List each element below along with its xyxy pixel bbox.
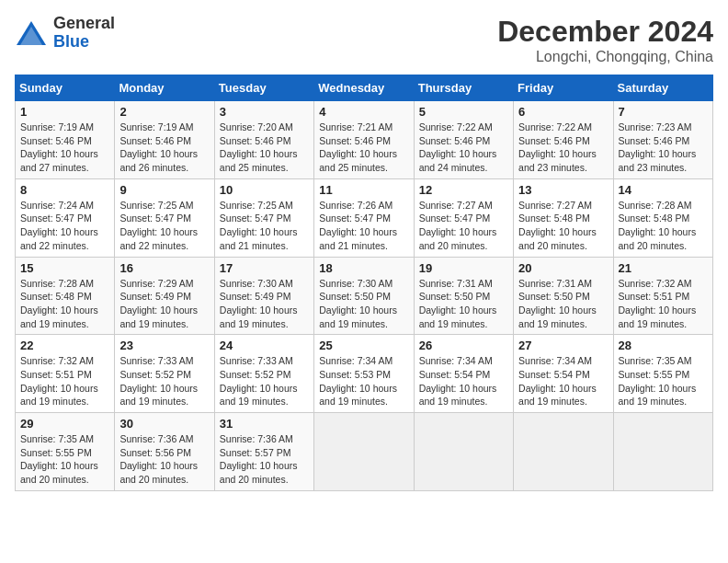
day-number: 22 [20, 339, 109, 352]
table-row: 10Sunrise: 7:25 AMSunset: 5:47 PMDayligh… [214, 178, 313, 257]
day-info: Sunrise: 7:34 AMSunset: 5:54 PMDaylight:… [518, 354, 608, 408]
day-info: Sunrise: 7:28 AMSunset: 5:48 PMDaylight:… [20, 277, 109, 331]
day-number: 15 [20, 261, 109, 275]
title-area: December 2024 Longchi, Chongqing, China [497, 15, 713, 65]
table-row: 17Sunrise: 7:30 AMSunset: 5:49 PMDayligh… [214, 257, 313, 335]
day-info: Sunrise: 7:31 AMSunset: 5:50 PMDaylight:… [518, 277, 608, 331]
table-row [314, 413, 414, 491]
day-number: 27 [518, 339, 608, 352]
table-row: 31Sunrise: 7:36 AMSunset: 5:57 PMDayligh… [214, 413, 313, 491]
header-saturday: Saturday [613, 75, 712, 101]
logo-icon [15, 19, 48, 47]
day-info: Sunrise: 7:27 AMSunset: 5:47 PMDaylight:… [419, 199, 508, 253]
day-number: 13 [518, 183, 608, 197]
day-number: 30 [119, 417, 209, 431]
logo-text: General Blue [53, 15, 115, 52]
calendar-week-row: 8Sunrise: 7:24 AMSunset: 5:47 PMDaylight… [16, 178, 713, 257]
day-number: 10 [220, 183, 309, 197]
table-row: 9Sunrise: 7:25 AMSunset: 5:47 PMDaylight… [115, 178, 214, 257]
day-info: Sunrise: 7:33 AMSunset: 5:52 PMDaylight:… [220, 354, 309, 408]
table-row: 29Sunrise: 7:35 AMSunset: 5:55 PMDayligh… [16, 413, 115, 491]
table-row: 30Sunrise: 7:36 AMSunset: 5:56 PMDayligh… [115, 413, 214, 491]
day-info: Sunrise: 7:22 AMSunset: 5:46 PMDaylight:… [419, 121, 508, 175]
table-row: 8Sunrise: 7:24 AMSunset: 5:47 PMDaylight… [16, 178, 115, 257]
calendar-week-row: 29Sunrise: 7:35 AMSunset: 5:55 PMDayligh… [16, 413, 713, 491]
day-info: Sunrise: 7:31 AMSunset: 5:50 PMDaylight:… [419, 277, 508, 331]
day-number: 23 [119, 339, 209, 352]
header-monday: Monday [115, 75, 214, 101]
day-info: Sunrise: 7:30 AMSunset: 5:50 PMDaylight:… [319, 277, 408, 331]
day-number: 20 [518, 261, 608, 275]
day-number: 8 [20, 183, 109, 197]
table-row [514, 413, 613, 491]
day-info: Sunrise: 7:35 AMSunset: 5:55 PMDaylight:… [619, 354, 708, 408]
table-row: 7Sunrise: 7:23 AMSunset: 5:46 PMDaylight… [613, 101, 712, 179]
header-tuesday: Tuesday [214, 75, 313, 101]
day-info: Sunrise: 7:24 AMSunset: 5:47 PMDaylight:… [20, 199, 109, 253]
table-row [414, 413, 513, 491]
day-info: Sunrise: 7:30 AMSunset: 5:49 PMDaylight:… [220, 277, 309, 331]
table-row: 26Sunrise: 7:34 AMSunset: 5:54 PMDayligh… [414, 335, 513, 413]
day-number: 1 [20, 105, 109, 119]
day-number: 7 [619, 105, 708, 119]
header-friday: Friday [514, 75, 613, 101]
day-info: Sunrise: 7:34 AMSunset: 5:53 PMDaylight:… [319, 354, 408, 408]
day-number: 6 [518, 105, 608, 119]
table-row: 1Sunrise: 7:19 AMSunset: 5:46 PMDaylight… [16, 101, 115, 179]
day-info: Sunrise: 7:25 AMSunset: 5:47 PMDaylight:… [119, 199, 209, 253]
day-info: Sunrise: 7:35 AMSunset: 5:55 PMDaylight:… [20, 432, 109, 487]
calendar-week-row: 22Sunrise: 7:32 AMSunset: 5:51 PMDayligh… [16, 335, 713, 413]
day-number: 28 [619, 339, 708, 352]
page-subtitle: Longchi, Chongqing, China [497, 49, 713, 65]
table-row: 23Sunrise: 7:33 AMSunset: 5:52 PMDayligh… [115, 335, 214, 413]
day-number: 14 [619, 183, 708, 197]
day-info: Sunrise: 7:22 AMSunset: 5:46 PMDaylight:… [518, 121, 608, 175]
table-row: 13Sunrise: 7:27 AMSunset: 5:48 PMDayligh… [514, 178, 613, 257]
day-info: Sunrise: 7:19 AMSunset: 5:46 PMDaylight:… [119, 121, 209, 175]
day-info: Sunrise: 7:27 AMSunset: 5:48 PMDaylight:… [518, 199, 608, 253]
table-row: 24Sunrise: 7:33 AMSunset: 5:52 PMDayligh… [214, 335, 313, 413]
table-row: 15Sunrise: 7:28 AMSunset: 5:48 PMDayligh… [16, 257, 115, 335]
day-number: 21 [619, 261, 708, 275]
day-number: 19 [419, 261, 508, 275]
day-number: 3 [220, 105, 309, 119]
day-number: 24 [220, 339, 309, 352]
day-info: Sunrise: 7:29 AMSunset: 5:49 PMDaylight:… [119, 277, 209, 331]
day-info: Sunrise: 7:20 AMSunset: 5:46 PMDaylight:… [220, 121, 309, 175]
table-row: 25Sunrise: 7:34 AMSunset: 5:53 PMDayligh… [314, 335, 414, 413]
day-number: 17 [220, 261, 309, 275]
calendar-week-row: 1Sunrise: 7:19 AMSunset: 5:46 PMDaylight… [16, 101, 713, 179]
day-number: 5 [419, 105, 508, 119]
table-row: 6Sunrise: 7:22 AMSunset: 5:46 PMDaylight… [514, 101, 613, 179]
day-number: 4 [319, 105, 408, 119]
table-row: 5Sunrise: 7:22 AMSunset: 5:46 PMDaylight… [414, 101, 513, 179]
logo-general: General [53, 14, 115, 32]
calendar-header-row: Sunday Monday Tuesday Wednesday Thursday… [16, 75, 713, 101]
table-row: 11Sunrise: 7:26 AMSunset: 5:47 PMDayligh… [314, 178, 414, 257]
day-number: 16 [119, 261, 209, 275]
day-number: 31 [220, 417, 309, 431]
day-number: 25 [319, 339, 408, 352]
logo: General Blue [15, 15, 115, 52]
header-sunday: Sunday [16, 75, 115, 101]
day-info: Sunrise: 7:26 AMSunset: 5:47 PMDaylight:… [319, 199, 408, 253]
day-info: Sunrise: 7:36 AMSunset: 5:57 PMDaylight:… [220, 432, 309, 487]
day-info: Sunrise: 7:25 AMSunset: 5:47 PMDaylight:… [220, 199, 309, 253]
day-info: Sunrise: 7:32 AMSunset: 5:51 PMDaylight:… [619, 277, 708, 331]
table-row: 4Sunrise: 7:21 AMSunset: 5:46 PMDaylight… [314, 101, 414, 179]
table-row: 22Sunrise: 7:32 AMSunset: 5:51 PMDayligh… [16, 335, 115, 413]
day-info: Sunrise: 7:33 AMSunset: 5:52 PMDaylight:… [119, 354, 209, 408]
table-row: 3Sunrise: 7:20 AMSunset: 5:46 PMDaylight… [214, 101, 313, 179]
header-thursday: Thursday [414, 75, 513, 101]
day-number: 29 [20, 417, 109, 431]
day-info: Sunrise: 7:23 AMSunset: 5:46 PMDaylight:… [619, 121, 708, 175]
calendar-body: 1Sunrise: 7:19 AMSunset: 5:46 PMDaylight… [16, 101, 713, 491]
table-row: 20Sunrise: 7:31 AMSunset: 5:50 PMDayligh… [514, 257, 613, 335]
header: General Blue December 2024 Longchi, Chon… [15, 15, 713, 65]
day-number: 26 [419, 339, 508, 352]
day-number: 18 [319, 261, 408, 275]
table-row: 2Sunrise: 7:19 AMSunset: 5:46 PMDaylight… [115, 101, 214, 179]
day-number: 2 [119, 105, 209, 119]
day-number: 9 [119, 183, 209, 197]
header-wednesday: Wednesday [314, 75, 414, 101]
